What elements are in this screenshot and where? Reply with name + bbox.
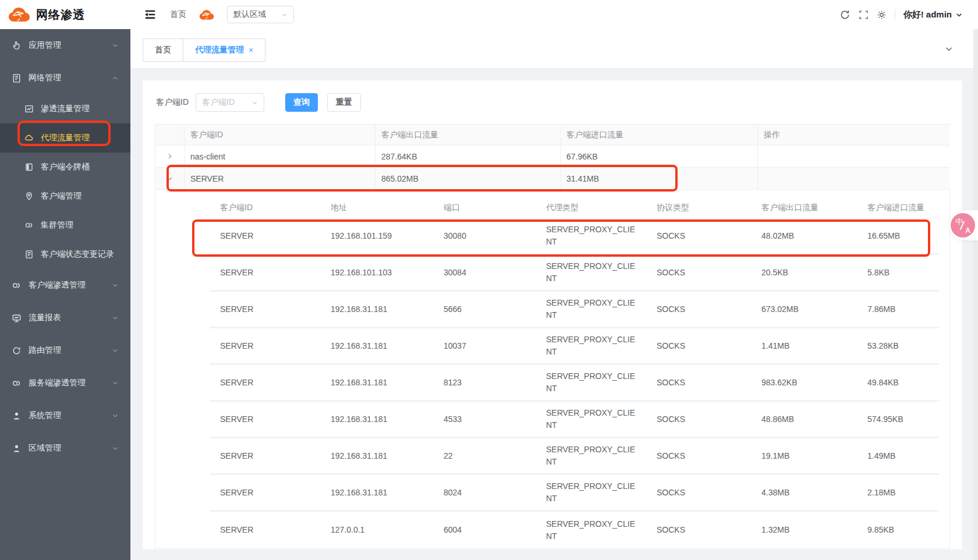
nested-column-header: 客户端出口流量	[751, 197, 857, 218]
nested-cell: 5666	[433, 303, 536, 316]
nested-cell: SOCKS	[646, 267, 751, 279]
sidebar-item-app-management[interactable]: 应用管理	[0, 29, 130, 62]
column-header: 操作	[758, 125, 950, 146]
column-header: 客户端出口流量	[375, 125, 561, 146]
cell-in-traffic: 31.41MB	[561, 168, 758, 190]
nested-cell: 983.62KB	[751, 377, 857, 389]
cell-actions	[758, 146, 950, 168]
nested-table-row: SERVER192.168.101.10330084SERVER_PROXY_C…	[210, 255, 939, 292]
nested-cell: SOCKS	[646, 340, 751, 352]
nested-cell: 192.168.101.159	[320, 230, 433, 242]
nested-cell: 30080	[433, 230, 536, 242]
nested-cell: SERVER	[210, 524, 320, 536]
nested-cell: SERVER_PROXY_CLIENT	[536, 224, 646, 248]
sidebar-item-server-penetration[interactable]: 服务端渗透管理	[0, 367, 130, 399]
sidebar-item-penetration-traffic[interactable]: 渗透流量管理	[0, 94, 130, 123]
sidebar-item-cluster-management[interactable]: 集群管理	[0, 211, 130, 240]
table-row-expanded[interactable]: SERVER 865.02MB 31.41MB	[155, 168, 949, 190]
sidebar-item-client-status-log[interactable]: 客户端状态变更记录	[0, 240, 130, 269]
reset-button[interactable]: 重置	[327, 93, 361, 112]
location-pin-icon	[24, 192, 34, 201]
chevron-down-icon	[112, 412, 119, 419]
sidebar-item-label: 应用管理	[29, 40, 105, 51]
nested-cell: 192.168.101.103	[320, 267, 433, 279]
table-row[interactable]: nas-client 287.64KB 67.96KB	[155, 146, 949, 168]
top-header: 首页 默认区域 你好! admin	[130, 0, 978, 29]
nested-cell: SERVER	[210, 340, 320, 352]
user-icon	[12, 411, 22, 421]
theme-sun-icon[interactable]	[877, 10, 887, 20]
sidebar-item-client-management[interactable]: 客户端管理	[0, 182, 130, 211]
tab-label: 首页	[155, 45, 171, 55]
nested-cell: 673.02MB	[751, 303, 857, 316]
sidebar-item-region-management[interactable]: 区域管理	[0, 432, 130, 465]
refresh-icon[interactable]	[839, 9, 851, 20]
sidebar-item-label: 代理流量管理	[41, 133, 119, 143]
header-actions: 你好! admin	[839, 9, 978, 20]
nested-cell: 192.168.31.181	[320, 450, 433, 462]
sidebar-item-traffic-report[interactable]: 流量报表	[0, 302, 130, 334]
tab-list-chevron-icon[interactable]	[944, 44, 954, 54]
client-id-label: 客户端ID	[156, 97, 189, 108]
document-icon	[12, 73, 22, 83]
header-divider	[895, 9, 895, 20]
hand-icon	[12, 41, 22, 51]
column-header: 客户端ID	[185, 125, 375, 146]
client-id-select[interactable]: 客户端ID	[196, 93, 264, 112]
sidebar-item-client-token-bucket[interactable]: 客户端令牌桶	[0, 153, 130, 182]
document-icon	[24, 250, 34, 259]
cell-out-traffic: 287.64KB	[375, 146, 561, 168]
link-icon	[12, 281, 22, 290]
sidebar-item-system-management[interactable]: 系统管理	[0, 399, 130, 432]
sidebar-menu: 应用管理 网络管理 渗透流量管理 代理流量管理 客户端令牌桶 客户端管理 集群管…	[0, 29, 130, 465]
nested-cell: 192.168.31.181	[320, 413, 433, 426]
nested-column-header: 客户端进口流量	[857, 197, 939, 218]
vertical-scrollbar[interactable]	[973, 29, 978, 560]
cell-actions	[758, 168, 950, 190]
sidebar-item-route-management[interactable]: 路由管理	[0, 334, 130, 367]
nested-table-header: 客户端ID地址端口代理类型协议类型客户端出口流量客户端进口流量	[210, 197, 939, 218]
search-button[interactable]: 查询	[285, 93, 318, 112]
cloud-icon	[199, 9, 214, 20]
nested-cell: 4533	[433, 413, 536, 426]
sidebar-item-label: 集群管理	[41, 220, 119, 231]
breadcrumb-home[interactable]: 首页	[170, 9, 186, 20]
cell-client-id: nas-client	[185, 146, 375, 168]
fullscreen-icon[interactable]	[859, 10, 869, 20]
expand-column-header	[155, 125, 185, 146]
sidebar-item-label: 客户端管理	[41, 191, 119, 201]
nested-table-row: SERVER192.168.31.1815666SERVER_PROXY_CLI…	[210, 292, 939, 328]
sidebar-item-proxy-traffic[interactable]: 代理流量管理	[0, 123, 130, 153]
nested-cell: 22	[433, 450, 536, 462]
sidebar-item-client-penetration[interactable]: 客户端渗透管理	[0, 269, 130, 302]
nested-cell: 8024	[433, 487, 536, 499]
chevron-up-icon	[112, 75, 119, 81]
table-header-row: 客户端ID 客户端出口流量 客户端进口流量 操作	[155, 125, 949, 146]
sidebar-item-label: 客户端渗透管理	[29, 280, 105, 290]
sidebar-item-label: 流量报表	[29, 313, 105, 323]
nested-cell: 574.95KB	[857, 413, 939, 426]
sidebar-collapse-icon[interactable]	[143, 9, 157, 20]
user-menu[interactable]: 你好! admin	[903, 9, 963, 20]
translate-en-glyph: A	[965, 226, 970, 235]
nested-table-row: SERVER192.168.31.1814533SERVER_PROXY_CLI…	[210, 402, 939, 438]
tab-proxy-traffic[interactable]: 代理流量管理 ×	[183, 38, 265, 62]
chevron-down-icon	[112, 282, 119, 289]
close-icon[interactable]: ×	[249, 45, 253, 55]
chevron-down-icon	[955, 11, 963, 19]
translate-button[interactable]: 中 A	[951, 213, 975, 238]
nested-cell: 48.86MB	[751, 413, 857, 426]
tab-home[interactable]: 首页	[143, 38, 183, 62]
client-traffic-table: 客户端ID 客户端出口流量 客户端进口流量 操作 nas-client 287.…	[155, 124, 950, 549]
expand-row-icon[interactable]	[155, 146, 185, 168]
nested-cell: SOCKS	[646, 450, 751, 462]
nested-table-row: SERVER192.168.31.18110037SERVER_PROXY_CL…	[210, 328, 939, 365]
nested-cell: 192.168.31.181	[320, 487, 433, 499]
collapse-row-icon[interactable]	[155, 168, 185, 190]
nested-column-header: 客户端ID	[210, 197, 320, 218]
nested-cell: SERVER_PROXY_CLIENT	[536, 518, 646, 543]
chevron-down-icon	[281, 12, 288, 18]
region-select[interactable]: 默认区域	[227, 6, 294, 23]
sidebar-item-network-management[interactable]: 网络管理	[0, 62, 130, 94]
nested-cell: SOCKS	[646, 377, 751, 389]
